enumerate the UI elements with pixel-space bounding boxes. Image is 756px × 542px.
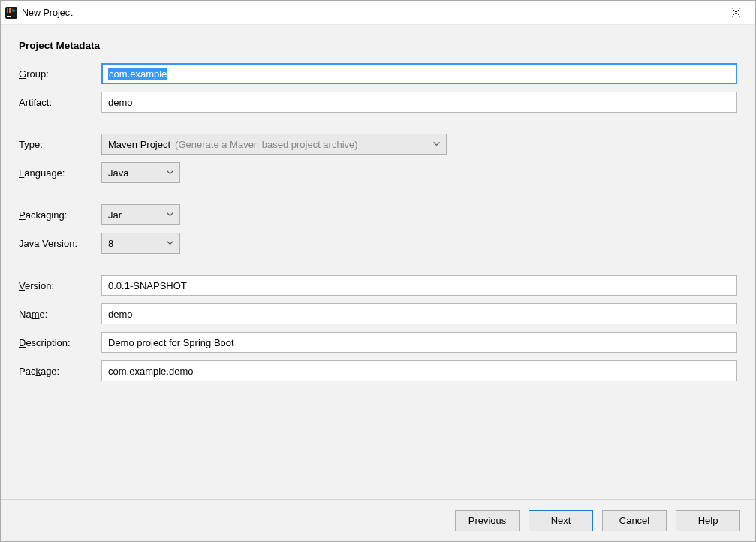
chevron-down-icon [164, 212, 175, 217]
content-area: Project Metadata Group: com.example Arti… [1, 25, 755, 499]
name-input[interactable]: demo [101, 303, 737, 324]
package-input[interactable]: com.example.demo [101, 360, 737, 381]
packaging-select[interactable]: Jar [101, 204, 180, 225]
close-icon [732, 8, 740, 17]
chevron-down-icon [164, 170, 175, 175]
svg-point-2 [12, 9, 15, 12]
artifact-label: Artifact: [19, 97, 101, 108]
description-input[interactable]: Demo project for Spring Boot [101, 332, 737, 353]
window-title: New Project [22, 8, 724, 18]
java-version-label: Java Version: [19, 238, 101, 249]
java-version-select[interactable]: 8 [101, 233, 180, 254]
version-label: Version: [19, 280, 101, 291]
dialog-footer: Previous Next Cancel Help [1, 499, 755, 541]
group-label: Group: [19, 68, 101, 80]
type-label: Type: [19, 139, 101, 150]
language-select[interactable]: Java [101, 162, 180, 183]
package-label: Package: [19, 366, 101, 377]
close-button[interactable] [724, 4, 748, 22]
version-input[interactable]: 0.0.1-SNAPSHOT [101, 275, 737, 296]
help-button[interactable]: Help [676, 510, 740, 531]
description-label: Description: [19, 337, 101, 348]
titlebar: New Project [1, 1, 755, 25]
name-label: Name: [19, 309, 101, 320]
chevron-down-icon [164, 241, 175, 245]
chevron-down-icon [431, 142, 441, 146]
language-label: Language: [19, 167, 101, 179]
intellij-icon [5, 7, 17, 19]
svg-rect-1 [7, 16, 11, 17]
artifact-input[interactable]: demo [101, 92, 737, 113]
group-input[interactable]: com.example [101, 63, 737, 84]
previous-button[interactable]: Previous [455, 510, 520, 531]
cancel-button[interactable]: Cancel [602, 510, 667, 531]
section-title: Project Metadata [19, 40, 737, 51]
next-button[interactable]: Next [529, 510, 593, 531]
metadata-form: Group: com.example Artifact: demo Type: … [19, 63, 737, 381]
packaging-label: Packaging: [19, 209, 101, 221]
type-select[interactable]: Maven Project (Generate a Maven based pr… [101, 134, 447, 155]
